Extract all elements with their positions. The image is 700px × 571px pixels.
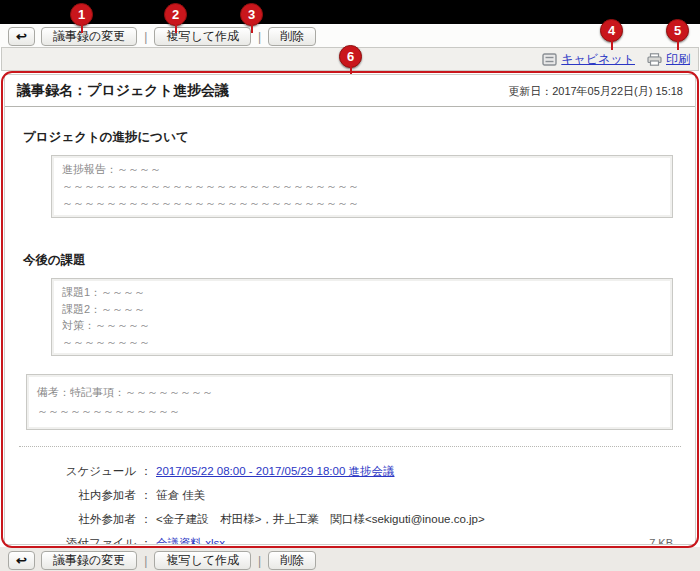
memo-box-issues: 課題1：～～～～ 課題2：～～～～ 対策：～～～～～ ～～～～～～～～ bbox=[51, 278, 673, 356]
back-button[interactable]: ↩ bbox=[8, 27, 35, 46]
annotation-badge-2: 2 bbox=[164, 3, 187, 26]
external-participants-label: 社外参加者 bbox=[5, 507, 136, 531]
change-minutes-button[interactable]: 議事録の変更 bbox=[41, 27, 137, 46]
colon: ： bbox=[136, 459, 156, 483]
colon: ： bbox=[136, 531, 156, 545]
attachment-file-size: 7 KB bbox=[649, 531, 673, 545]
internal-participants-value: 笹倉 佳美 bbox=[156, 483, 205, 507]
internal-participants-row: 社内参加者 ： 笹倉 佳美 bbox=[5, 483, 695, 507]
print-link-label[interactable]: 印刷 bbox=[666, 51, 690, 68]
updated-date-value: 2017年05月22日(月) 15:18 bbox=[552, 85, 683, 97]
print-link[interactable]: 印刷 bbox=[647, 51, 690, 68]
schedule-link[interactable]: 2017/05/22 08:00 - 2017/05/29 18:00 進捗会議 bbox=[156, 459, 394, 483]
memo-box-progress: 進捗報告：～～～～ ～～～～～～～～～～～～～～～～～～～～～～～～～～～ ～～… bbox=[51, 155, 673, 218]
cabinet-link-label[interactable]: キャビネット bbox=[561, 51, 635, 68]
cabinet-link[interactable]: キャビネット bbox=[542, 51, 635, 68]
updated-date-label: 更新日： bbox=[508, 85, 552, 97]
page-title: 議事録名：プロジェクト進捗会議 bbox=[17, 82, 229, 100]
dotted-divider bbox=[19, 446, 681, 447]
internal-participants-label: 社内参加者 bbox=[5, 483, 136, 507]
annotation-badge-1: 1 bbox=[70, 3, 93, 26]
annotation-badge-6: 6 bbox=[339, 45, 362, 68]
back-arrow-icon: ↩ bbox=[16, 29, 27, 44]
external-participants-row: 社外参加者 ： <金子建設 村田様>，井上工業 関口様<sekiguti@ino… bbox=[5, 507, 695, 531]
external-participants-value: <金子建設 村田様>，井上工業 関口様<sekiguti@inoue.co.jp… bbox=[156, 507, 485, 531]
back-button-bottom[interactable]: ↩ bbox=[8, 551, 35, 570]
toolbar-separator: | bbox=[257, 554, 262, 568]
toolbar-separator: | bbox=[143, 30, 148, 44]
attachment-row: 添付ファイル ： 会議資料.xlsx 7 KB bbox=[5, 531, 695, 545]
top-black-bar bbox=[0, 0, 700, 24]
memo-box-remarks: 備考：特記事項：～～～～～～～～ ～～～～～～～～～～～～～ bbox=[26, 374, 673, 430]
minutes-detail-panel: 議事録名：プロジェクト進捗会議 更新日：2017年05月22日(月) 15:18… bbox=[4, 74, 696, 545]
delete-button[interactable]: 削除 bbox=[268, 27, 316, 46]
annotation-badge-4: 4 bbox=[600, 19, 623, 42]
colon: ： bbox=[136, 507, 156, 531]
toolbar-separator: | bbox=[143, 554, 148, 568]
annotation-badge-3: 3 bbox=[240, 3, 263, 26]
copy-create-button-bottom[interactable]: 複写して作成 bbox=[154, 551, 251, 570]
details-section: スケジュール ： 2017/05/22 08:00 - 2017/05/29 1… bbox=[5, 459, 695, 545]
title-row: 議事録名：プロジェクト進捗会議 更新日：2017年05月22日(月) 15:18 bbox=[5, 75, 695, 107]
attachment-file-link[interactable]: 会議資料.xlsx bbox=[156, 531, 225, 545]
section-heading-issues: 今後の課題 bbox=[23, 252, 673, 269]
section-heading-progress: プロジェクトの進捗について bbox=[23, 129, 673, 146]
updated-date: 更新日：2017年05月22日(月) 15:18 bbox=[508, 84, 683, 99]
cabinet-icon bbox=[542, 53, 557, 66]
printer-icon bbox=[647, 53, 662, 66]
back-arrow-icon: ↩ bbox=[16, 553, 27, 568]
delete-button-bottom[interactable]: 削除 bbox=[268, 551, 316, 570]
change-minutes-button-bottom[interactable]: 議事録の変更 bbox=[41, 551, 137, 570]
copy-create-button[interactable]: 複写して作成 bbox=[154, 27, 251, 46]
attachment-label: 添付ファイル bbox=[5, 531, 136, 545]
annotation-badge-5: 5 bbox=[666, 19, 689, 42]
schedule-row: スケジュール ： 2017/05/22 08:00 - 2017/05/29 1… bbox=[5, 459, 695, 483]
toolbar-separator: | bbox=[257, 30, 262, 44]
colon: ： bbox=[136, 483, 156, 507]
bottom-toolbar: ↩ 議事録の変更 | 複写して作成 | 削除 bbox=[0, 549, 700, 571]
schedule-label: スケジュール bbox=[5, 459, 136, 483]
